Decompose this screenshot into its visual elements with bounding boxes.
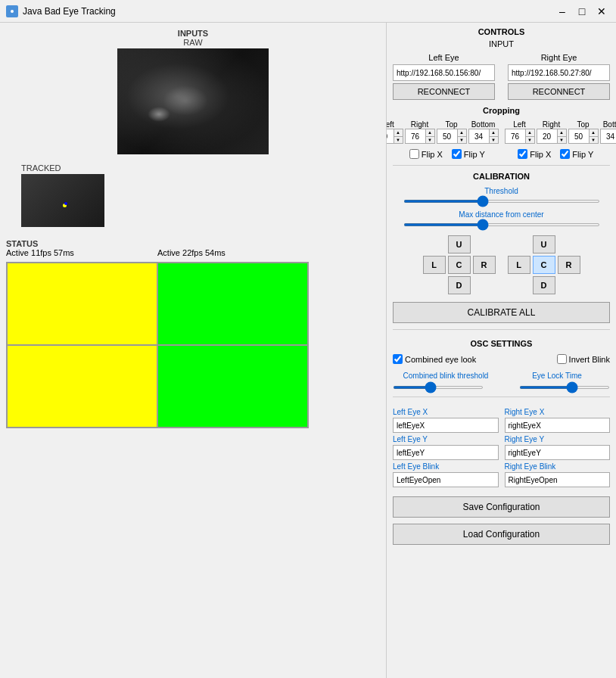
- right-dir-group: U L C R D: [508, 235, 580, 294]
- right-reconnect-button[interactable]: RECONNECT: [508, 83, 610, 100]
- right-eye-blink-input[interactable]: RightEyeOpen: [505, 472, 611, 487]
- slider-pair-labels: Combined blink threshold Eye Lock Time: [393, 372, 610, 380]
- right-crop-right-spin: 20 ▲ ▼: [537, 129, 567, 144]
- right-crop-right-arrows: ▲ ▼: [558, 129, 567, 144]
- right-dir-right-button[interactable]: R: [558, 256, 580, 274]
- titlebar-left: Java Bad Eye Tracking: [6, 5, 116, 17]
- max-distance-slider[interactable]: [403, 223, 600, 226]
- right-crop-right-down[interactable]: ▼: [558, 137, 567, 145]
- eye-lock-time-label: Eye Lock Time: [504, 372, 610, 380]
- eye-blink-row: Left Eye Blink LeftEyeOpen Right Eye Bli…: [393, 462, 610, 487]
- right-flip-x-label[interactable]: Flip X: [518, 149, 551, 159]
- right-crop-bottom-header: Bottom: [600, 120, 617, 129]
- left-crop-bottom-input[interactable]: 34: [468, 129, 490, 144]
- right-crop-top-header: Top: [568, 120, 599, 129]
- right-crop-bottom-spin: 34 ▲ ▼: [600, 129, 617, 144]
- right-crop-left-up[interactable]: ▲: [526, 129, 535, 137]
- right-crop-top-input[interactable]: 50: [568, 129, 590, 144]
- right-eye-url-input[interactable]: [508, 64, 610, 81]
- maximize-button[interactable]: □: [574, 3, 590, 20]
- combined-blink-slider[interactable]: [393, 386, 484, 389]
- left-crop-bottom-down[interactable]: ▼: [490, 137, 499, 145]
- right-crop-group: Left Right Top Bottom 76 ▲ ▼ 20: [505, 120, 617, 144]
- left-crop-left-up[interactable]: ▲: [394, 129, 403, 137]
- status-section: STATUS Active 11fps 57ms Active 22fps 54…: [6, 239, 380, 428]
- left-dir-left-button[interactable]: L: [423, 256, 446, 274]
- left-eye-url-input[interactable]: [393, 64, 495, 81]
- left-eye-x-input[interactable]: leftEyeX: [393, 418, 499, 433]
- right-crop-col-headers: Left Right Top Bottom: [505, 120, 617, 129]
- left-eye-y-label: Left Eye Y: [393, 435, 499, 443]
- left-crop-top-arrows: ▲ ▼: [458, 129, 467, 144]
- right-dir-up-button[interactable]: U: [533, 235, 555, 253]
- left-reconnect-button[interactable]: RECONNECT: [393, 83, 495, 100]
- left-dir-up-button[interactable]: U: [448, 235, 471, 253]
- right-dir-down-button[interactable]: D: [533, 276, 555, 294]
- right-crop-left-down[interactable]: ▼: [526, 137, 535, 145]
- left-crop-right-up[interactable]: ▲: [426, 129, 435, 137]
- left-flip-group: Flip X Flip Y: [409, 149, 485, 159]
- left-eye-label: Left Eye: [428, 53, 459, 62]
- raw-label: RAW: [183, 38, 202, 47]
- left-crop-top-up[interactable]: ▲: [458, 129, 467, 137]
- close-button[interactable]: ✕: [593, 3, 610, 20]
- right-eye-blink-group: Right Eye Blink RightEyeOpen: [505, 462, 611, 487]
- right-crop-top-up[interactable]: ▲: [590, 129, 599, 137]
- left-crop-bottom-header: Bottom: [468, 120, 499, 129]
- right-crop-top-down[interactable]: ▼: [590, 137, 599, 145]
- left-flip-x-label[interactable]: Flip X: [409, 149, 443, 159]
- titlebar-controls: – □ ✕: [554, 3, 610, 20]
- eye-lock-time-slider[interactable]: [519, 386, 610, 389]
- left-flip-x-checkbox[interactable]: [409, 149, 419, 159]
- status-cell-bottom-right: [157, 345, 308, 428]
- right-flip-y-checkbox[interactable]: [560, 149, 570, 159]
- left-crop-right-down[interactable]: ▼: [426, 137, 435, 145]
- crop-headers-row: Left Right Top Bottom 20 ▲ ▼ 76: [393, 120, 610, 144]
- minimize-button[interactable]: –: [554, 3, 571, 20]
- left-crop-values: 20 ▲ ▼ 76 ▲ ▼ 50: [386, 129, 499, 144]
- invert-blink-checkbox[interactable]: [557, 354, 567, 364]
- left-dir-right-button[interactable]: R: [473, 256, 496, 274]
- left-crop-bottom-up[interactable]: ▲: [490, 129, 499, 137]
- left-dir-center-button[interactable]: C: [448, 256, 471, 274]
- divider-3: [393, 397, 610, 397]
- left-crop-group: Left Right Top Bottom 20 ▲ ▼ 76: [386, 120, 499, 144]
- threshold-slider[interactable]: [403, 200, 600, 203]
- invert-blink-label[interactable]: Invert Blink: [557, 354, 610, 364]
- right-flip-x-checkbox[interactable]: [518, 149, 527, 159]
- status-cell-top-right: [157, 263, 308, 345]
- left-eye-y-input[interactable]: leftEyeY: [393, 445, 499, 460]
- calibrate-all-button[interactable]: CALIBRATE ALL: [393, 302, 610, 323]
- right-dir-left-button[interactable]: L: [508, 256, 530, 274]
- right-eye-y-group: Right Eye Y rightEyeY: [505, 435, 611, 460]
- load-configuration-button[interactable]: Load Configuration: [393, 524, 610, 545]
- right-dir-center-button[interactable]: C: [533, 256, 555, 274]
- right-crop-left-input[interactable]: 76: [505, 129, 526, 144]
- right-crop-right-header: Right: [537, 120, 567, 129]
- left-eye-x-label: Left Eye X: [393, 408, 499, 416]
- left-crop-bottom-arrows: ▲ ▼: [490, 129, 499, 144]
- left-crop-top-down[interactable]: ▼: [458, 137, 467, 145]
- left-crop-left-input[interactable]: 20: [386, 129, 394, 144]
- combined-eye-look-label[interactable]: Combined eye look: [393, 354, 476, 364]
- left-dir-down-button[interactable]: D: [448, 276, 471, 294]
- left-crop-right-input[interactable]: 76: [405, 129, 426, 144]
- right-eye-y-input[interactable]: rightEyeY: [505, 445, 611, 460]
- right-eye-x-input[interactable]: rightEyeX: [505, 418, 611, 433]
- combined-eye-look-checkbox[interactable]: [393, 354, 403, 364]
- left-eye-blink-input[interactable]: LeftEyeOpen: [393, 472, 499, 487]
- save-configuration-button[interactable]: Save Configuration: [393, 496, 610, 518]
- left-flip-y-label[interactable]: Flip Y: [452, 149, 485, 159]
- right-crop-bottom-input[interactable]: 34: [600, 129, 617, 144]
- right-flip-x-text: Flip X: [530, 150, 551, 159]
- right-crop-right-input[interactable]: 20: [537, 129, 558, 144]
- right-flip-y-label[interactable]: Flip Y: [560, 149, 593, 159]
- left-crop-right-arrows: ▲ ▼: [426, 129, 435, 144]
- left-crop-top-input[interactable]: 50: [437, 129, 458, 144]
- right-crop-right-up[interactable]: ▲: [558, 129, 567, 137]
- left-crop-left-down[interactable]: ▼: [394, 137, 403, 145]
- tracked-section: TRACKED: [6, 163, 380, 227]
- right-dir-up-row: U: [533, 235, 555, 253]
- divider-1: [393, 165, 610, 166]
- left-flip-y-checkbox[interactable]: [452, 149, 462, 159]
